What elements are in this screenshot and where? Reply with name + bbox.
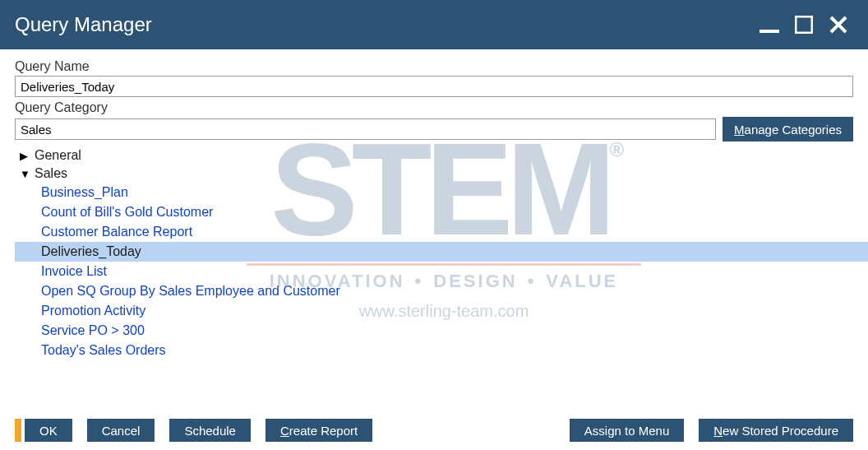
content-area: Query Name Query Category Manage Categor… [0, 49, 868, 360]
query-name-input[interactable] [15, 76, 853, 97]
orange-indicator [15, 419, 21, 442]
window-title: Query Manager [15, 13, 750, 36]
tree-item[interactable]: Customer Balance Report [38, 222, 853, 242]
cancel-button[interactable]: Cancel [87, 419, 155, 442]
titlebar: Query Manager [0, 0, 868, 49]
tree-item[interactable]: Business_Plan [38, 183, 853, 202]
maximize-button[interactable] [789, 10, 819, 39]
tree-children-sales: Business_Plan Count of Bill's Gold Custo… [38, 183, 853, 360]
ok-button[interactable]: OK [25, 419, 72, 442]
chevron-down-icon: ▼ [20, 168, 31, 180]
svg-rect-0 [760, 30, 779, 33]
tree-item[interactable]: Open SQ Group By Sales Employee and Cust… [38, 281, 853, 301]
tree-item[interactable]: Count of Bill's Gold Customer [38, 202, 853, 222]
assign-to-menu-button[interactable]: Assign to Menu [570, 419, 684, 442]
close-button[interactable] [824, 10, 853, 39]
category-tree: ▶ General ▼ Sales Business_Plan Count of… [15, 146, 853, 360]
tree-item-selected[interactable]: Deliveries_Today [15, 242, 868, 262]
tree-item[interactable]: Service PO > 300 [38, 321, 853, 341]
tree-item[interactable]: Invoice List [38, 262, 853, 281]
tree-node-general[interactable]: ▶ General [15, 146, 853, 165]
schedule-button[interactable]: Schedule [169, 419, 251, 442]
new-stored-procedure-button[interactable]: New Stored Procedure [699, 419, 853, 442]
tree-node-sales[interactable]: ▼ Sales [15, 165, 853, 183]
footer-toolbar: OK Cancel Schedule Create Report Assign … [0, 419, 868, 442]
create-report-button[interactable]: Create Report [265, 419, 372, 442]
tree-item[interactable]: Promotion Activity [38, 301, 853, 321]
query-category-input[interactable] [15, 118, 716, 140]
svg-rect-1 [796, 16, 812, 33]
query-category-label: Query Category [15, 100, 853, 115]
minimize-button[interactable] [755, 10, 784, 39]
manage-categories-button[interactable]: Manage Categories [723, 117, 853, 141]
query-name-label: Query Name [15, 59, 853, 74]
chevron-right-icon: ▶ [20, 150, 31, 162]
tree-item[interactable]: Today's Sales Orders [38, 341, 853, 360]
